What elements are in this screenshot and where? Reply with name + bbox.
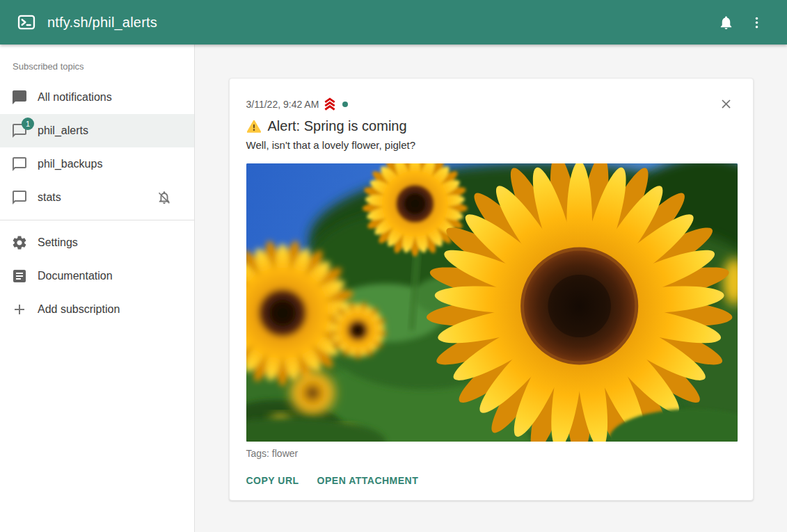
- unread-count-badge: 1: [22, 118, 34, 130]
- sidebar-item-label: All notifications: [38, 91, 112, 104]
- notification-timestamp: 3/11/22, 9:42 AM: [246, 99, 319, 110]
- notification-meta-row: 3/11/22, 9:42 AM: [246, 97, 736, 111]
- chat-bubble-outline-icon: [11, 156, 28, 172]
- close-icon: [719, 97, 733, 111]
- sidebar-item-label: Documentation: [38, 270, 113, 282]
- close-notification-button[interactable]: [718, 97, 735, 113]
- sidebar-item-documentation[interactable]: Documentation: [0, 259, 194, 293]
- notification-tags: Tags: flower: [246, 448, 736, 459]
- sidebar-item-phil-alerts[interactable]: 1 phil_alerts: [0, 114, 194, 147]
- chat-bubble-outline-icon: 1: [11, 122, 28, 139]
- sidebar-item-add-subscription[interactable]: Add subscription: [0, 293, 194, 326]
- warning-icon: [246, 120, 262, 134]
- sidebar-item-stats[interactable]: stats: [0, 181, 194, 214]
- notification-body: Well, isn't that a lovely flower, piglet…: [246, 139, 736, 151]
- kebab-menu-icon: [749, 15, 764, 30]
- sidebar-item-label: phil_alerts: [38, 124, 88, 137]
- attachment-image-sunflowers[interactable]: [246, 163, 738, 442]
- notification-actions: COPY URL OPEN ATTACHMENT: [246, 475, 736, 486]
- document-icon: [11, 268, 28, 284]
- open-attachment-button[interactable]: OPEN ATTACHMENT: [317, 475, 419, 486]
- ntfy-terminal-logo-icon: [15, 13, 38, 32]
- chat-bubble-filled-icon: [11, 89, 28, 106]
- page-title: ntfy.sh/phil_alerts: [47, 15, 157, 31]
- sidebar-divider: [0, 220, 194, 220]
- sidebar-item-label: Add subscription: [38, 303, 120, 316]
- app-header: ntfy.sh/phil_alerts: [0, 0, 787, 45]
- sidebar-item-label: phil_backups: [38, 158, 102, 170]
- notifications-bell-button[interactable]: [710, 7, 741, 38]
- notification-title: Alert: Spring is coming: [268, 118, 407, 134]
- bell-icon: [718, 15, 734, 31]
- notification-title-row: Alert: Spring is coming: [246, 118, 736, 134]
- priority-max-icon: [322, 97, 337, 111]
- sidebar-item-label: stats: [38, 191, 61, 204]
- notification-card: 3/11/22, 9:42 AM Alert: Spring is coming…: [229, 78, 754, 501]
- sidebar-item-label: Settings: [38, 236, 78, 249]
- subscribed-topics-label: Subscribed topics: [0, 61, 194, 72]
- chat-bubble-outline-icon: [11, 189, 28, 206]
- gear-icon: [11, 234, 28, 251]
- notifications-muted-icon: [157, 190, 172, 205]
- unread-dot-indicator: [342, 102, 348, 107]
- main-content: 3/11/22, 9:42 AM Alert: Spring is coming…: [195, 45, 787, 532]
- sidebar-item-phil-backups[interactable]: phil_backups: [0, 147, 194, 181]
- plus-icon: [11, 301, 28, 318]
- sidebar: Subscribed topics All notifications 1 ph…: [0, 45, 195, 532]
- overflow-menu-button[interactable]: [741, 7, 772, 38]
- sidebar-item-all-notifications[interactable]: All notifications: [0, 81, 194, 114]
- sidebar-item-settings[interactable]: Settings: [0, 226, 194, 259]
- copy-url-button[interactable]: COPY URL: [246, 475, 299, 486]
